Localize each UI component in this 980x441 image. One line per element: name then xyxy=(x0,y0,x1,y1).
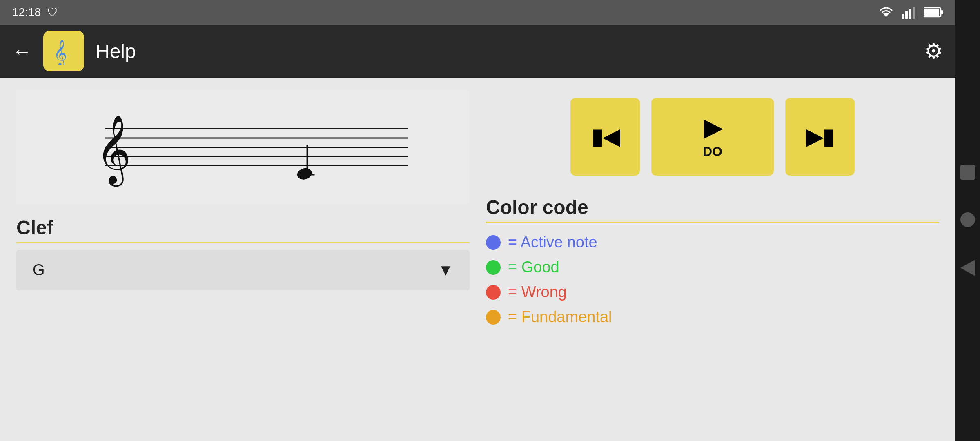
prev-icon: ▮◀ xyxy=(591,125,619,149)
top-bar-left: ← 𝄞 Help xyxy=(12,31,136,71)
clef-dropdown[interactable]: G ▼ xyxy=(16,250,470,290)
status-bar-right xyxy=(878,6,943,19)
back-nav-button[interactable] xyxy=(960,260,975,276)
battery-icon xyxy=(924,7,943,18)
wifi-icon xyxy=(878,6,894,19)
color-item-active-note: = Active note xyxy=(486,234,939,251)
android-nav xyxy=(956,0,980,441)
clef-section: Clef G ▼ xyxy=(16,216,470,290)
color-item-fundamental: = Fundamental xyxy=(486,308,939,326)
svg-marker-0 xyxy=(883,13,889,17)
right-panel: ▮◀ ▶ DO ▶▮ Color code = Active note xyxy=(486,90,939,429)
square-nav-button[interactable] xyxy=(960,165,975,180)
clef-section-title: Clef xyxy=(16,216,470,239)
fundamental-label: = Fundamental xyxy=(508,308,612,326)
active-note-dot xyxy=(486,235,501,250)
svg-rect-3 xyxy=(909,9,911,19)
clef-value: G xyxy=(33,261,45,279)
color-code-divider xyxy=(486,222,939,223)
color-item-good: = Good xyxy=(486,258,939,276)
svg-point-17 xyxy=(296,167,313,181)
time-display: 12:18 xyxy=(12,6,41,19)
wrong-dot xyxy=(486,285,501,300)
svg-text:𝄞: 𝄞 xyxy=(96,115,131,187)
next-icon: ▶▮ xyxy=(806,125,834,149)
music-staff: 𝄞 xyxy=(59,101,427,193)
color-item-wrong: = Wrong xyxy=(486,283,939,301)
color-code-section: Color code = Active note = Good = Wrong xyxy=(486,196,939,330)
staff-area: 𝄞 xyxy=(16,90,470,204)
svg-text:𝄞: 𝄞 xyxy=(53,40,67,65)
play-icon: ▶ xyxy=(704,114,722,141)
page-title: Help xyxy=(96,40,136,62)
home-nav-button[interactable] xyxy=(960,212,975,227)
status-bar-left: 12:18 🛡 xyxy=(12,6,58,19)
svg-rect-4 xyxy=(913,7,915,19)
main-content: 𝄞 Clef G ▼ xyxy=(0,78,956,441)
clef-divider xyxy=(16,242,470,243)
svg-rect-6 xyxy=(941,10,943,14)
wrong-label: = Wrong xyxy=(508,283,567,301)
app-icon: 𝄞 xyxy=(43,31,84,71)
top-bar: ← 𝄞 Help ⚙ xyxy=(0,24,956,78)
note-name-label: DO xyxy=(703,144,722,159)
left-panel: 𝄞 Clef G ▼ xyxy=(16,90,470,429)
shield-icon: 🛡 xyxy=(47,6,58,19)
signal-icon xyxy=(902,6,916,19)
svg-rect-7 xyxy=(924,9,939,16)
fundamental-dot xyxy=(486,310,501,325)
good-dot xyxy=(486,260,501,275)
status-bar: 12:18 🛡 xyxy=(0,0,956,24)
color-code-title: Color code xyxy=(486,196,939,218)
playback-controls: ▮◀ ▶ DO ▶▮ xyxy=(486,90,939,184)
settings-button[interactable]: ⚙ xyxy=(924,39,943,63)
svg-rect-1 xyxy=(902,14,904,19)
prev-button[interactable]: ▮◀ xyxy=(570,98,640,176)
good-label: = Good xyxy=(508,258,559,276)
next-button[interactable]: ▶▮ xyxy=(785,98,855,176)
play-button[interactable]: ▶ DO xyxy=(651,98,774,176)
svg-rect-2 xyxy=(905,11,908,19)
color-code-list: = Active note = Good = Wrong = Fundament… xyxy=(486,229,939,330)
active-note-label: = Active note xyxy=(508,234,597,251)
back-button[interactable]: ← xyxy=(12,40,32,62)
dropdown-chevron-icon: ▼ xyxy=(438,261,453,279)
